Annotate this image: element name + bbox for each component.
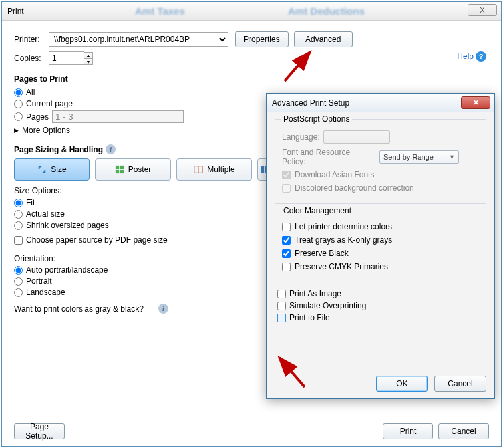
spin-down-icon[interactable]: ▼ (84, 58, 93, 65)
pages-to-print-head: Pages to Print (14, 74, 489, 84)
svg-rect-2 (116, 170, 119, 173)
copies-label: Copies: (14, 54, 49, 63)
advanced-print-setup-dialog: Advanced Print Setup ✕ PostScript Option… (266, 93, 495, 399)
print-button[interactable]: Print (383, 423, 433, 439)
postscript-group: PostScript Options Language: Font and Re… (275, 119, 486, 204)
chevron-down-icon: ▼ (449, 154, 455, 160)
tab-poster[interactable]: Poster (95, 158, 171, 181)
close-button[interactable]: X (468, 4, 497, 16)
check-discolored: Discolored background correction (282, 183, 479, 193)
check-print-to-file[interactable]: Print to File (277, 313, 486, 322)
adv-ok-button[interactable]: OK (376, 376, 428, 392)
titlebar: Print Amt Taxes Amt Deductions X (2, 2, 501, 21)
spin-up-icon[interactable]: ▲ (84, 52, 93, 58)
check-download-asian: Download Asian Fonts (282, 170, 479, 179)
triangle-right-icon: ▶ (14, 127, 19, 134)
color-management-group: Color Management Let printer determine c… (275, 211, 486, 282)
check-print-as-image[interactable]: Print As Image (277, 289, 486, 298)
adv-titlebar: Advanced Print Setup ✕ (267, 94, 494, 112)
pages-range-input[interactable] (52, 110, 184, 123)
cancel-button[interactable]: Cancel (438, 423, 489, 439)
tab-multiple[interactable]: Multiple (176, 158, 252, 181)
poster-icon (115, 165, 124, 174)
adv-cancel-button[interactable]: Cancel (434, 376, 486, 392)
help-label: Help (457, 52, 474, 61)
bg-text-2: Amt Deductions (288, 5, 365, 17)
info-icon[interactable]: i (106, 144, 116, 154)
info-icon-2[interactable]: i (158, 304, 168, 314)
check-preserve-cmyk[interactable]: Preserve CMYK Primaries (282, 262, 479, 271)
window-title: Print (7, 7, 24, 16)
svg-rect-0 (116, 166, 119, 169)
check-treat-grays[interactable]: Treat grays as K-only grays (282, 235, 479, 245)
close-icon: X (480, 6, 484, 14)
postscript-head: PostScript Options (281, 114, 352, 124)
adv-title: Advanced Print Setup (272, 98, 349, 108)
color-head: Color Management (281, 206, 354, 215)
properties-button[interactable]: Properties (235, 31, 289, 47)
multiple-icon (194, 165, 203, 174)
size-icon (37, 165, 47, 174)
check-let-printer[interactable]: Let printer determine colors (282, 222, 479, 231)
checkbox-highlighted-icon (277, 314, 286, 322)
printer-label: Printer: (14, 35, 49, 44)
check-preserve-black[interactable]: Preserve Black (282, 249, 479, 258)
svg-rect-1 (120, 166, 124, 169)
check-simulate-overprinting[interactable]: Simulate Overprinting (277, 301, 486, 310)
advanced-button[interactable]: Advanced (294, 31, 353, 47)
tab-size[interactable]: Size (14, 158, 90, 181)
language-select (323, 130, 390, 144)
language-label: Language: (282, 132, 319, 142)
help-link[interactable]: Help ? (457, 51, 486, 62)
sizing-head: Page Sizing & Handling (14, 145, 103, 154)
font-policy-select[interactable]: Send by Range ▼ (379, 150, 459, 164)
adv-close-button[interactable]: ✕ (461, 96, 490, 109)
copies-input[interactable] (49, 51, 84, 65)
bg-text-1: Amt Taxes (135, 5, 185, 17)
font-policy-label: Font and Resource Policy: (282, 148, 375, 166)
svg-rect-3 (120, 170, 124, 173)
page-setup-button[interactable]: Page Setup... (14, 423, 65, 439)
printer-select[interactable]: \\fbgps01.corp.intuit.net\ARLPR004BP (49, 32, 228, 47)
help-icon: ? (476, 51, 486, 62)
close-icon: ✕ (473, 98, 479, 107)
gray-label: Want to print colors as gray & black? (14, 304, 144, 314)
